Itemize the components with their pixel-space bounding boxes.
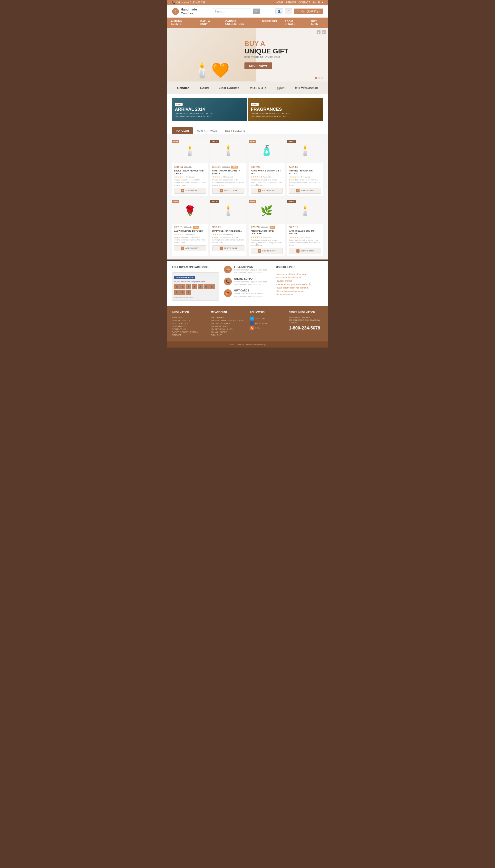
fb-like-area: TemplateMonster (174, 276, 217, 279)
footer-credit-slips[interactable]: MY CREDIT SLIPS (211, 322, 245, 325)
product-4-badge: SALE! (287, 140, 296, 143)
product-1-prices: $30.54 $32.16 (174, 165, 206, 169)
main-nav: AUTUMN SCENTS BATH & BODY CANDLE COLLECT… (167, 18, 328, 28)
cart-plus-icon-7: + (258, 249, 261, 253)
useful-links-list: Accumsan ut fermentum magni Accumsan fau… (276, 272, 323, 296)
product-3-add-to-cart[interactable]: + ADD TO CART (251, 188, 283, 194)
brand-love-declaration[interactable]: love❤declaration (295, 86, 318, 90)
useful-link-1[interactable]: Accumsan ut fermentum magni (276, 272, 323, 276)
product-card-3: NEW 🧴 $30.28 HAND WASH & LOTION GIFT SET… (249, 138, 285, 196)
nav-diffusers[interactable]: DIFFUSERS (258, 18, 281, 28)
fb-avatars: 👤 👤 👤 👤 👤 👤 👤 👤 👤 👤 (174, 284, 217, 295)
search-button[interactable]: 🔍 (253, 9, 260, 14)
footer-sitemap[interactable]: SITEMAP (172, 334, 206, 337)
home-link[interactable]: HOME (276, 1, 283, 4)
hero-banner: 🕯️🧡 ▶ ⏸ BUY A UNIQUE GIFT FOR YOUR BELOV… (167, 28, 328, 81)
currency-selector[interactable]: $ ▾ (312, 1, 315, 4)
product-6-prices: $30.28 (212, 226, 244, 229)
brand-candles[interactable]: Candles (177, 86, 190, 90)
hero-dot-2[interactable] (318, 77, 320, 79)
nav-bath-body[interactable]: BATH & BODY (197, 18, 221, 28)
hero-pause-button[interactable]: ⏸ (322, 30, 326, 34)
nav-room-sprays[interactable]: ROOM SPRAYS (281, 18, 307, 28)
service-gifts-title: GIFT CARDS (234, 289, 271, 292)
useful-link-4[interactable]: Saber alinam ipsum sem sed molts (276, 283, 323, 286)
shop-now-button[interactable]: SHOP NOW! (244, 63, 272, 69)
sitemap-link[interactable]: SITEMAP (285, 1, 296, 4)
product-tabs: POPULAR NEW ARRIVALS BEST SELLERS (172, 127, 323, 134)
nav-candle-collections[interactable]: CANDLE COLLECTIONS (222, 18, 258, 28)
tab-popular[interactable]: POPULAR (172, 127, 193, 134)
language-selector[interactable]: En ▾ (318, 1, 323, 4)
useful-link-3[interactable]: Nullam promes (276, 279, 323, 283)
tab-new-arrivals[interactable]: NEW ARRIVALS (193, 127, 221, 134)
product-6-badge: SALE! (210, 200, 219, 203)
product-2-add-to-cart[interactable]: + ADD TO CART (212, 188, 244, 194)
footer-addresses[interactable]: MY ADDRESSES (211, 325, 245, 328)
footer-sign-out[interactable]: SIGN OUT (211, 334, 245, 337)
footer-vouchers[interactable]: MY VOUCHERS (211, 331, 245, 334)
footer-personal-info[interactable]: MY PERSONAL INFO (211, 328, 245, 331)
footer-pages-config[interactable]: PAGES CONFIGURATION (172, 331, 206, 334)
brand-volkor[interactable]: VOLKOR (250, 86, 267, 90)
footer-store-info: STORE INFORMATION HANDMADE CANDLES 579 B… (289, 311, 323, 337)
footer-contact-us[interactable]: CONTACT US (172, 328, 206, 331)
brand-cosin[interactable]: Cosin (200, 86, 209, 90)
service-gifts-desc: Doythe diam purus luctus facilisis. Coll… (234, 293, 271, 298)
footer-my-orders[interactable]: MY ORDERS (211, 316, 245, 319)
hero-play-button[interactable]: ▶ (317, 30, 321, 34)
nav-gift-sets[interactable]: GIFT SETS (307, 18, 328, 28)
product-8-add-to-cart[interactable]: + ADD TO CART (289, 248, 321, 254)
promo-arrival[interactable]: NEW! ARRIVAL 2014 DOYTHE DIAM PURUS LUCT… (172, 98, 247, 121)
facebook-link[interactable]: f FACEBOOK (250, 321, 284, 326)
footer-store-name: HANDMADE CANDLES (289, 316, 323, 319)
tab-best-sellers[interactable]: BEST SELLERS (221, 127, 249, 134)
product-5-body: $27.51 $28.96 -5% LADY RHUBARB DIFFUSER … (172, 224, 208, 253)
promo-arrival-content: NEW! ARRIVAL 2014 DOYTHE DIAM PURUS LUCT… (172, 99, 216, 121)
user-button[interactable]: 👤 (275, 8, 283, 14)
product-1-add-to-cart[interactable]: + ADD TO CART (174, 188, 206, 194)
footer-my-account: MY ACCOUNT MY ORDERS MY MERCHANDISES RET… (211, 311, 245, 337)
footer-best-sellers[interactable]: BEST SELLERS (172, 322, 206, 325)
wishlist-button[interactable]: ♡ (285, 8, 292, 14)
useful-links-block: USEFUL LINKS Accumsan ut fermentum magni… (276, 266, 323, 301)
nav-autumn-scents[interactable]: AUTUMN SCENTS (167, 18, 197, 28)
fb-logo: TemplateMonster (174, 276, 195, 279)
product-4-price-new: $22.15 (289, 165, 298, 169)
search-input[interactable] (212, 9, 251, 14)
hero-dot-1[interactable] (315, 77, 317, 79)
header-icons: 👤 ♡ 🛒 Cart (EMPTY) ▾ (275, 8, 323, 14)
useful-link-7[interactable]: Ut lorem arcu lo (276, 293, 323, 296)
copyright-text: © 2014 Commerce software by PrestaShop™ (228, 344, 267, 346)
twitter-link[interactable]: 🐦 TWITTER (250, 316, 284, 321)
phone-icon: 📞 (172, 1, 175, 4)
useful-link-2[interactable]: Accumsan fauci tellus id (276, 276, 323, 279)
cart-button[interactable]: 🛒 Cart (EMPTY) ▾ (294, 9, 323, 14)
service-shipping-text: FREE SHIPPING Forem diber diam ut purus … (234, 266, 271, 274)
contact-link[interactable]: CONTACT (298, 1, 310, 4)
service-gifts: 🎁 GIFT CARDS Doythe diam purus luctus fa… (224, 289, 271, 298)
product-4-name: THYMES FRASIER FIR VOTIVE... (289, 169, 321, 175)
product-4-add-to-cart[interactable]: + ADD TO CART (289, 188, 321, 194)
product-5-add-to-cart[interactable]: + ADD TO CART (174, 245, 206, 251)
brand-best-candles[interactable]: Best Candles (219, 86, 239, 90)
footer-specials[interactable]: SPECIALS (172, 316, 206, 319)
hero-dot-3[interactable] (321, 77, 323, 79)
footer-follow-us-title: FOLLOW US (250, 311, 284, 314)
rss-link[interactable]: 📡 RSS (250, 326, 284, 331)
product-1-badge: NEW (172, 140, 180, 143)
footer-store-phone[interactable]: 1-800-234-5678 (289, 326, 323, 331)
useful-link-6[interactable]: Phasellus arcu alinam enim (276, 289, 323, 293)
footer-our-stores[interactable]: OUR STORES (172, 325, 206, 328)
footer-merchandise-returns[interactable]: MY MERCHANDISES RETURNS (211, 319, 245, 322)
footer-new-products[interactable]: NEW PRODUCTS (172, 319, 206, 322)
product-6-add-to-cart[interactable]: + ADD TO CART (212, 245, 244, 251)
product-7-add-to-cart[interactable]: + ADD TO CART (251, 248, 283, 254)
product-card-8: SALE! 🕯️ $27.51 ARCHIPELAGO JOY 4#6 PILL… (287, 198, 323, 256)
promo-fragrances-title: FRAGRANCES (251, 107, 291, 112)
useful-link-5[interactable]: Elam arcam lorem non blandum (276, 286, 323, 289)
hero-subtitle: FOR YOUR BELOVED ONE (244, 56, 288, 59)
logo[interactable]: 🕯 Handmade Candles (172, 7, 197, 15)
promo-fragrances[interactable]: NEW! FRAGRANCES DOYTHE DIAM PURUS LUCTUS… (248, 98, 323, 121)
brand-gifton[interactable]: gifton (277, 86, 285, 90)
